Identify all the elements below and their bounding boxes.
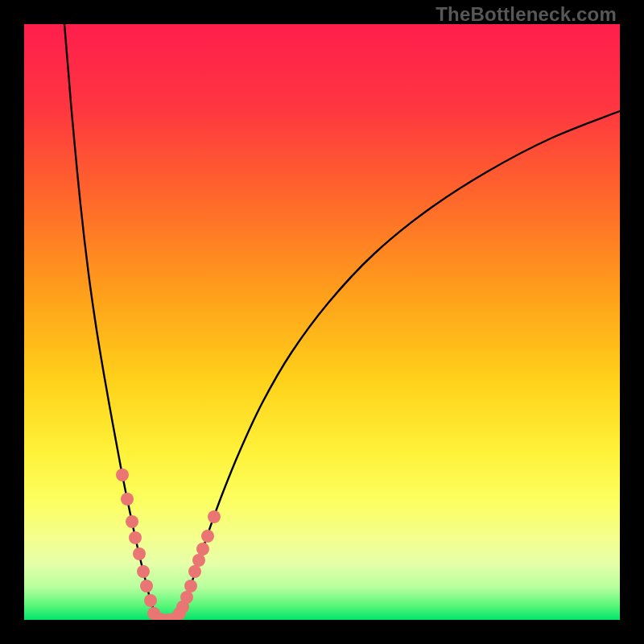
bead (180, 591, 193, 604)
bead (129, 531, 142, 544)
bead (192, 554, 205, 567)
bottleneck-chart (24, 24, 620, 620)
gradient-background (24, 24, 620, 620)
bead (116, 469, 129, 481)
bead (201, 530, 214, 543)
bead (196, 543, 209, 555)
watermark-text: TheBottleneck.com (436, 3, 617, 26)
bead (121, 493, 134, 506)
bead (188, 565, 201, 578)
bead (140, 580, 153, 592)
bead (208, 510, 221, 523)
bead (133, 547, 146, 560)
bead (137, 565, 150, 578)
bead (184, 580, 197, 592)
bead (144, 594, 157, 607)
chart-frame (24, 24, 620, 620)
bead (126, 515, 138, 528)
